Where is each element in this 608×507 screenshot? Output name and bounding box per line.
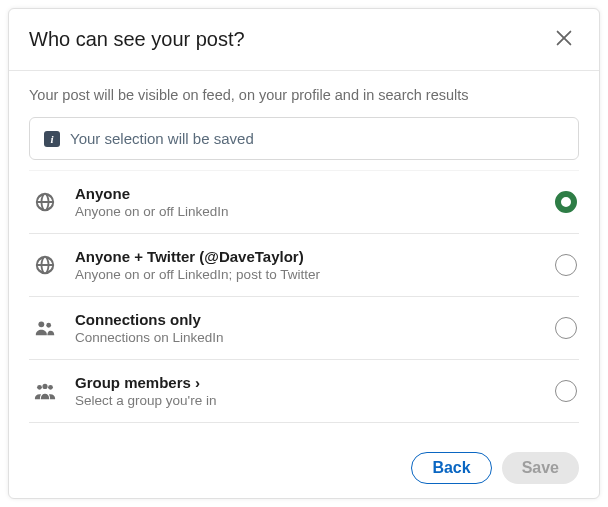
svg-point-3 bbox=[46, 323, 51, 328]
dialog-title: Who can see your post? bbox=[29, 28, 245, 51]
dialog-subtitle: Your post will be visible on feed, on yo… bbox=[29, 87, 579, 103]
option-text: Anyone Anyone on or off LinkedIn bbox=[75, 185, 539, 219]
svg-point-5 bbox=[42, 384, 47, 389]
option-desc: Select a group you're in bbox=[75, 393, 539, 408]
dialog-footer: Back Save bbox=[9, 440, 599, 498]
visibility-dialog: Who can see your post? Your post will be… bbox=[8, 8, 600, 499]
close-icon bbox=[553, 37, 575, 52]
option-desc: Connections on LinkedIn bbox=[75, 330, 539, 345]
option-text: Anyone + Twitter (@DaveTaylor) Anyone on… bbox=[75, 248, 539, 282]
option-connections[interactable]: Connections only Connections on LinkedIn bbox=[29, 297, 579, 360]
option-desc: Anyone on or off LinkedIn; post to Twitt… bbox=[75, 267, 539, 282]
radio-selected[interactable] bbox=[555, 191, 577, 213]
group-icon bbox=[31, 380, 59, 402]
globe-icon bbox=[31, 191, 59, 213]
back-button[interactable]: Back bbox=[411, 452, 491, 484]
radio-unselected[interactable] bbox=[555, 380, 577, 402]
option-text: Group members › Select a group you're in bbox=[75, 374, 539, 408]
option-anyone-twitter[interactable]: Anyone + Twitter (@DaveTaylor) Anyone on… bbox=[29, 234, 579, 297]
info-icon: i bbox=[44, 131, 60, 147]
svg-point-6 bbox=[48, 385, 53, 390]
visibility-options: Anyone Anyone on or off LinkedIn Anyone … bbox=[29, 170, 579, 423]
radio-unselected[interactable] bbox=[555, 317, 577, 339]
close-button[interactable] bbox=[549, 23, 579, 56]
dialog-header: Who can see your post? bbox=[9, 9, 599, 71]
svg-point-4 bbox=[37, 385, 42, 390]
option-desc: Anyone on or off LinkedIn bbox=[75, 204, 539, 219]
option-group-members[interactable]: Group members › Select a group you're in bbox=[29, 360, 579, 423]
save-button[interactable]: Save bbox=[502, 452, 579, 484]
svg-point-2 bbox=[38, 321, 44, 327]
selection-saved-notice: i Your selection will be saved bbox=[29, 117, 579, 160]
notice-text: Your selection will be saved bbox=[70, 130, 254, 147]
option-title-label: Group members bbox=[75, 374, 191, 391]
chevron-right-icon: › bbox=[195, 374, 200, 391]
option-anyone[interactable]: Anyone Anyone on or off LinkedIn bbox=[29, 170, 579, 234]
option-title: Group members › bbox=[75, 374, 539, 391]
option-title: Connections only bbox=[75, 311, 539, 328]
dialog-body: Your post will be visible on feed, on yo… bbox=[9, 71, 599, 440]
option-title: Anyone + Twitter (@DaveTaylor) bbox=[75, 248, 539, 265]
radio-unselected[interactable] bbox=[555, 254, 577, 276]
globe-icon bbox=[31, 254, 59, 276]
option-title: Anyone bbox=[75, 185, 539, 202]
people-icon bbox=[31, 317, 59, 339]
option-text: Connections only Connections on LinkedIn bbox=[75, 311, 539, 345]
